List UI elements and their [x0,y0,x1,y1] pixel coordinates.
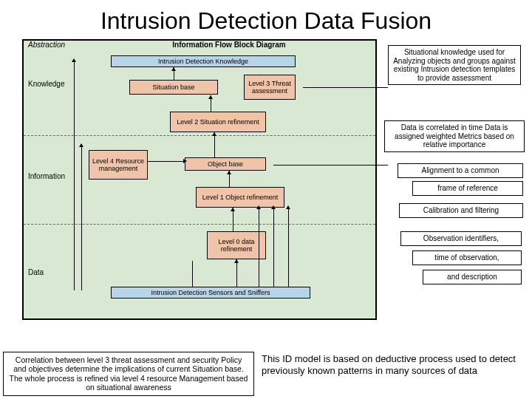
annot-alignment-a: Alignment to a common [398,163,523,178]
arrow-left-long [74,61,75,290]
annot-obs-b: time of observation, [412,250,522,265]
label-information: Information [28,172,65,180]
block-situation-base: Situation base [129,80,218,95]
dash-line-2 [24,224,375,225]
annot-correlated: Data is correlated in time Data is assig… [384,120,525,152]
arrow-head [227,171,231,174]
arrow-v [236,259,237,287]
annot-obs-c: and description [423,270,522,284]
block-sensors: Intrusion Detection Sensors and Sniffers [111,287,310,299]
block-l0: Level 0 data refinement [207,231,266,259]
arrow-head [72,58,76,62]
block-idk: Intrusion Detection Knowledge [111,55,296,67]
arrow-head [79,143,83,147]
annot-alignment-b: frame of reference [412,181,523,196]
block-l2: Level 2 Situation refinement [170,112,266,132]
arrow-head [212,132,216,136]
block-l1: Level 1 Object refinement [196,187,284,208]
arrow-head [271,205,276,209]
arrow-h [148,161,185,162]
arrow-v [214,132,215,157]
arrow-v [192,261,193,287]
arrow-v [273,208,274,287]
annot-obs-a: Observation identifiers, [400,231,522,246]
diagram-header: Information Flow Block Diagram [24,41,375,52]
arrow-head [286,205,290,209]
connector [273,165,388,166]
arrow-head [231,208,235,211]
block-l4: Level 4 Resource management [89,150,148,180]
arrow-head [234,259,239,263]
label-data: Data [28,268,44,276]
annot-situational: Situational knowledge used for Analyzing… [388,45,521,85]
bottom-right-note: This ID model is based on deductive proc… [262,352,529,396]
page-title: Intrusion Detection Data Fusion [0,0,532,39]
dash-line-1 [24,135,375,136]
arrow-v [259,208,259,287]
arrow-head [256,205,261,209]
arrow-left-mid [81,146,82,290]
bottom-row: Correlation between level 3 threat asses… [3,352,529,396]
connector [303,87,388,88]
block-l3: Level 3 Threat assessment [244,75,296,100]
arrow-head [183,159,187,163]
diagram-container: Abstraction Information Flow Block Diagr… [7,39,525,335]
bottom-left-note: Correlation between level 3 threat asses… [3,352,254,396]
annot-calibration: Calibration and filtering [399,203,523,218]
label-knowledge: Knowledge [28,80,64,88]
arrow-head [171,67,176,71]
arrow-v [288,208,289,287]
arrow-head [208,95,213,99]
block-object-base: Object base [185,157,266,171]
